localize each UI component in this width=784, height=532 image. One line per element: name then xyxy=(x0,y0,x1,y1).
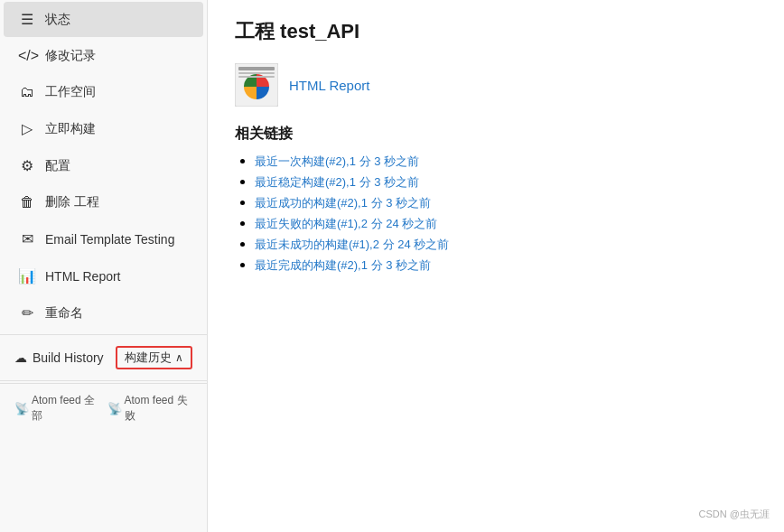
related-links-section: 相关链接 最近一次构建(#2),1 分 3 秒之前最近稳定构建(#2),1 分 … xyxy=(235,125,757,274)
status-icon: ☰ xyxy=(18,11,36,28)
sidebar-item-changelog[interactable]: </>修改记录 xyxy=(4,39,203,73)
sidebar-label-html-report: HTML Report xyxy=(45,269,121,284)
related-link-2[interactable]: 最近成功的构建(#2),1 分 3 秒之前 xyxy=(255,196,431,210)
sidebar-item-delete[interactable]: 🗑删除 工程 xyxy=(4,185,203,219)
report-section: HTML Report xyxy=(235,63,757,107)
sidebar-divider xyxy=(0,334,207,335)
build-history-label: Build History xyxy=(33,350,104,365)
build-history-badge-label: 构建历史 xyxy=(125,350,172,366)
related-link-1[interactable]: 最近稳定构建(#2),1 分 3 秒之前 xyxy=(255,175,419,189)
related-link-item: 最近稳定构建(#2),1 分 3 秒之前 xyxy=(255,173,757,191)
sidebar-item-email-template[interactable]: ✉Email Template Testing xyxy=(4,221,203,257)
atom-feed-all-link[interactable]: 📡 Atom feed 全部 xyxy=(14,393,100,424)
related-link-0[interactable]: 最近一次构建(#2),1 分 3 秒之前 xyxy=(255,154,419,168)
atom-feed-fail-label: Atom feed 失败 xyxy=(125,393,193,424)
page-title: 工程 test_API xyxy=(235,18,757,45)
sidebar: ☰状态</>修改记录🗂工作空间▷立即构建⚙配置🗑删除 工程✉Email Temp… xyxy=(0,0,208,532)
atom-feed-all-label: Atom feed 全部 xyxy=(32,393,100,424)
sidebar-label-status: 状态 xyxy=(45,12,70,28)
sidebar-item-build-now[interactable]: ▷立即构建 xyxy=(4,111,203,146)
chevron-up-icon: ∧ xyxy=(175,351,183,364)
main-content: 工程 test_API HTML Report xyxy=(208,0,784,532)
related-links-list: 最近一次构建(#2),1 分 3 秒之前最近稳定构建(#2),1 分 3 秒之前… xyxy=(235,153,757,274)
changelog-icon: </> xyxy=(18,48,36,64)
rename-icon: ✏ xyxy=(18,304,36,322)
related-links-title: 相关链接 xyxy=(235,125,757,144)
atom-icon-fail: 📡 xyxy=(107,402,122,415)
html-report-icon: 📊 xyxy=(18,267,36,285)
related-link-3[interactable]: 最近失败的构建(#1),2 分 24 秒之前 xyxy=(255,217,437,230)
sidebar-divider-2 xyxy=(0,380,207,381)
build-history-row[interactable]: ☁ Build History 构建历史 ∧ xyxy=(0,337,207,378)
related-link-item: 最近未成功的构建(#1),2 分 24 秒之前 xyxy=(255,236,757,253)
build-now-icon: ▷ xyxy=(18,120,36,137)
related-link-item: 最近一次构建(#2),1 分 3 秒之前 xyxy=(255,153,757,170)
sidebar-label-build-now: 立即构建 xyxy=(45,121,96,137)
sidebar-label-email-template: Email Template Testing xyxy=(45,232,174,247)
sidebar-label-rename: 重命名 xyxy=(45,305,83,322)
sidebar-item-config[interactable]: ⚙配置 xyxy=(4,148,203,183)
svg-rect-4 xyxy=(238,76,275,78)
sidebar-item-html-report[interactable]: 📊HTML Report xyxy=(4,258,203,294)
related-link-5[interactable]: 最近完成的构建(#2),1 分 3 秒之前 xyxy=(255,258,431,272)
related-link-item: 最近完成的构建(#2),1 分 3 秒之前 xyxy=(255,257,757,274)
atom-feed-fail-link[interactable]: 📡 Atom feed 失败 xyxy=(107,393,193,424)
html-report-link[interactable]: HTML Report xyxy=(289,78,369,93)
svg-rect-2 xyxy=(238,67,275,70)
sidebar-label-changelog: 修改记录 xyxy=(45,48,96,64)
sidebar-item-status[interactable]: ☰状态 xyxy=(4,2,203,37)
sidebar-label-config: 配置 xyxy=(45,158,70,174)
atom-icon-all: 📡 xyxy=(14,402,29,415)
sidebar-footer: 📡 Atom feed 全部 📡 Atom feed 失败 xyxy=(0,383,207,433)
cloud-icon: ☁ xyxy=(14,350,27,365)
sidebar-item-rename[interactable]: ✏重命名 xyxy=(4,295,203,331)
svg-rect-3 xyxy=(238,72,275,74)
related-link-item: 最近失败的构建(#1),2 分 24 秒之前 xyxy=(255,215,757,232)
sidebar-label-delete: 删除 工程 xyxy=(45,194,99,210)
related-link-4[interactable]: 最近未成功的构建(#1),2 分 24 秒之前 xyxy=(255,238,449,251)
related-link-item: 最近成功的构建(#2),1 分 3 秒之前 xyxy=(255,194,757,211)
sidebar-label-workspace: 工作空间 xyxy=(45,84,96,100)
config-icon: ⚙ xyxy=(18,157,36,174)
watermark: CSDN @虫无涯 xyxy=(699,508,770,521)
delete-icon: 🗑 xyxy=(18,194,36,210)
email-template-icon: ✉ xyxy=(18,230,36,247)
report-chart-icon xyxy=(235,63,278,107)
workspace-icon: 🗂 xyxy=(18,84,36,100)
sidebar-item-workspace[interactable]: 🗂工作空间 xyxy=(4,75,203,109)
build-history-badge[interactable]: 构建历史 ∧ xyxy=(116,346,192,369)
